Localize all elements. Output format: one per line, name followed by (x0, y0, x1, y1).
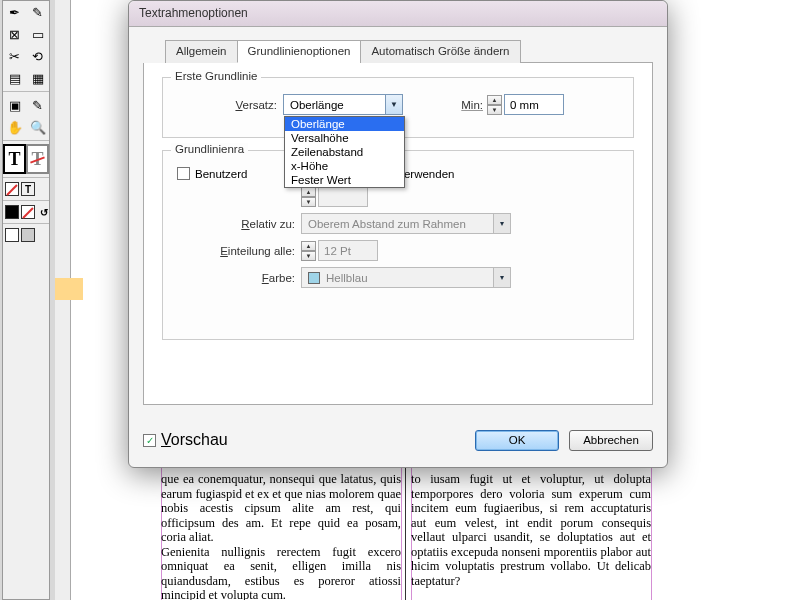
body-text-right: to iusam fugit ut et voluptur, ut dolupt… (411, 472, 651, 588)
start-input (318, 186, 368, 207)
default-fill-stroke-icon[interactable]: ↺ (37, 205, 51, 219)
increment-input (318, 240, 378, 261)
offset-option-oberlaenge[interactable]: Oberlänge (285, 117, 404, 131)
dialog-footer: Vorschau OK Abbrechen (143, 427, 653, 453)
custom-grid-checkbox[interactable] (177, 167, 190, 180)
scissors-tool-icon[interactable]: ✂ (3, 45, 26, 67)
offset-option-zeilenabstand[interactable]: Zeilenabstand (285, 145, 404, 159)
dialog-tabs: Allgemein Grundlinienoptionen Automatisc… (165, 39, 653, 63)
zoom-tool-icon[interactable]: 🔍 (26, 116, 49, 138)
color-label: Farbe: (177, 272, 295, 284)
type-tool-icon[interactable]: T (3, 144, 26, 174)
pencil-tool-icon[interactable]: ✎ (26, 1, 49, 23)
gradient-feather-icon[interactable]: ▦ (26, 67, 49, 89)
spinner-down-icon[interactable]: ▼ (487, 105, 502, 115)
tab-general[interactable]: Allgemein (165, 40, 238, 63)
tab-auto-size[interactable]: Automatisch Größe ändern (360, 40, 520, 63)
first-baseline-title: Erste Grundlinie (171, 70, 261, 82)
tab-baseline-options[interactable]: Grundlinienoptionen (237, 40, 362, 63)
vertical-ruler (55, 0, 71, 600)
relative-to-value: Oberem Abstand zum Rahmen (302, 218, 493, 230)
text-frame-options-dialog: Textrahmenoptionen Allgemein Grundlinien… (128, 0, 668, 468)
chevron-down-icon: ▾ (493, 268, 510, 287)
increment-label: Einteilung alle: (177, 245, 295, 257)
offset-option-xhoehe[interactable]: x-Höhe (285, 159, 404, 173)
chevron-down-icon: ▾ (493, 214, 510, 233)
spinner-up-icon: ▲ (301, 187, 316, 197)
body-text-left: que ea conemquatur, nonsequi que latatus… (161, 472, 401, 600)
spinner-down-icon: ▼ (301, 197, 316, 207)
screen-mode-preview-icon[interactable] (21, 228, 35, 242)
preview-label: Vorschau (161, 431, 228, 449)
custom-grid-label-left: Benutzerd (195, 168, 247, 180)
offset-option-festerwert[interactable]: Fester Wert (285, 173, 404, 187)
color-dropdown: Hellblau ▾ (301, 267, 511, 288)
color-value: Hellblau (320, 272, 493, 284)
rectangle-frame-icon[interactable]: ⊠ (3, 23, 26, 45)
color-swatch-icon (308, 272, 320, 284)
chevron-down-icon: ▼ (385, 95, 402, 114)
offset-value: Oberlänge (284, 99, 385, 111)
eyedropper-tool-icon[interactable]: ✎ (26, 94, 49, 116)
spinner-down-icon: ▼ (301, 251, 316, 261)
offset-dropdown[interactable]: Oberlänge ▼ Oberlänge Versalhöhe Zeilena… (283, 94, 403, 115)
relative-to-dropdown: Oberem Abstand zum Rahmen ▾ (301, 213, 511, 234)
baseline-grid-title: Grundlinienra (171, 143, 248, 155)
apply-none-icon[interactable] (5, 182, 19, 196)
stroke-swatch-icon[interactable] (21, 205, 35, 219)
min-spinner[interactable]: ▲ ▼ (487, 95, 502, 115)
type-on-path-icon[interactable]: T (26, 144, 49, 174)
first-baseline-group: Erste Grundlinie Versatz: Oberlänge ▼ Ob… (162, 77, 634, 138)
ok-button[interactable]: OK (475, 430, 559, 451)
min-label: Min: (453, 99, 483, 111)
note-tool-icon[interactable]: ▣ (3, 94, 26, 116)
start-spinner: ▲ ▼ (301, 187, 316, 207)
gradient-tool-icon[interactable]: ▤ (3, 67, 26, 89)
min-input[interactable] (504, 94, 564, 115)
offset-label: Versatz: (177, 99, 277, 111)
increment-spinner: ▲ ▼ (301, 241, 316, 261)
hand-tool-icon[interactable]: ✋ (3, 116, 26, 138)
offset-dropdown-list: Oberlänge Versalhöhe Zeilenabstand x-Höh… (284, 116, 405, 188)
tool-palette: ✒ ✎ ⊠ ▭ ✂ ⟲ ▤ ▦ ▣ ✎ ✋ 🔍 T T T ↺ (2, 0, 50, 600)
preview-checkbox[interactable] (143, 434, 156, 447)
cancel-button[interactable]: Abbrechen (569, 430, 653, 451)
fill-swatch-icon[interactable] (5, 205, 19, 219)
offset-option-versalhoehe[interactable]: Versalhöhe (285, 131, 404, 145)
dialog-titlebar[interactable]: Textrahmenoptionen (129, 1, 667, 27)
formatting-text-icon[interactable]: T (21, 182, 35, 196)
transform-tool-icon[interactable]: ⟲ (26, 45, 49, 67)
pen-tool-icon[interactable]: ✒ (3, 1, 26, 23)
rectangle-tool-icon[interactable]: ▭ (26, 23, 49, 45)
screen-mode-normal-icon[interactable] (5, 228, 19, 242)
baseline-options-panel: Erste Grundlinie Versatz: Oberlänge ▼ Ob… (143, 63, 653, 405)
spinner-up-icon[interactable]: ▲ (487, 95, 502, 105)
spinner-up-icon: ▲ (301, 241, 316, 251)
dialog-title: Textrahmenoptionen (139, 6, 248, 20)
relative-to-label: Relativ zu: (177, 218, 295, 230)
